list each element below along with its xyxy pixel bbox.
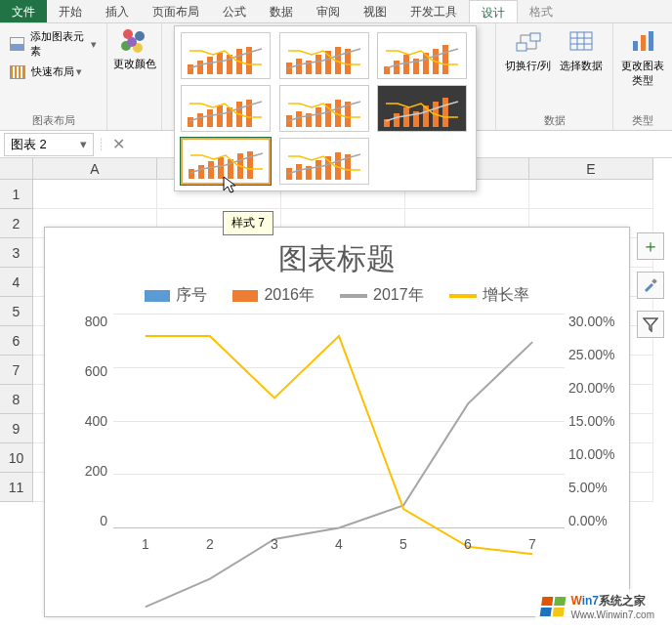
legend-label: 2017年 (373, 285, 424, 306)
change-chart-type-button[interactable]: 更改图表类型 (616, 27, 669, 90)
line-growth[interactable] (146, 336, 532, 554)
y-axis-right: 30.00% 25.00% 20.00% 15.00% 10.00% 5.00%… (568, 314, 625, 528)
x-tick: 2 (178, 532, 242, 558)
svg-rect-2 (570, 32, 592, 50)
chart-styles-gallery[interactable] (174, 25, 477, 191)
x-axis: 1234567 (113, 532, 565, 558)
tab-insert[interactable]: 插入 (94, 0, 141, 22)
group-data: 切换行/列 选择数据 数据 (496, 23, 613, 130)
tab-review[interactable]: 审阅 (305, 0, 352, 22)
chart-style-thumb[interactable] (279, 85, 369, 132)
change-type-icon (629, 29, 656, 55)
chart-element-icon (10, 37, 24, 51)
cancel-icon[interactable]: ✕ (112, 135, 125, 153)
chart-style-thumb[interactable] (377, 32, 467, 79)
plot-area[interactable]: 800 600 400 200 0 30.00% 25.00% 20.00% 1… (113, 314, 565, 558)
chart-style-thumb[interactable] (377, 85, 467, 132)
row-header[interactable]: 3 (0, 238, 33, 268)
tab-home[interactable]: 开始 (47, 0, 94, 22)
svg-rect-10 (651, 278, 657, 284)
add-chart-element-button[interactable]: 添加图表元素 ▾ (6, 27, 101, 61)
group-label-data: 数据 (502, 113, 607, 128)
chart-styles-button[interactable] (637, 272, 664, 299)
quick-layout-button[interactable]: 快速布局 ▾ (6, 63, 101, 81)
ribbon-tabs: 文件 开始 插入 页面布局 公式 数据 审阅 视图 开发工具 设计 格式 (0, 0, 672, 23)
select-data-label: 选择数据 (560, 59, 603, 73)
legend-swatch-growth (449, 294, 477, 298)
cell[interactable] (529, 180, 653, 209)
color-dots-icon (121, 29, 148, 57)
group-label-type: 类型 (619, 113, 666, 128)
tab-format[interactable]: 格式 (518, 0, 565, 22)
chart-style-thumb[interactable] (181, 32, 271, 79)
group-change-colors: 更改颜色 (107, 23, 162, 130)
x-tick: 5 (371, 532, 436, 558)
change-colors-button[interactable]: 更改颜色 (108, 27, 161, 73)
tab-developer[interactable]: 开发工具 (399, 0, 469, 22)
brush-icon (642, 276, 659, 294)
legend-swatch-2016 (232, 290, 258, 302)
chart-style-thumb[interactable] (181, 85, 271, 132)
x-tick: 1 (113, 532, 178, 558)
add-element-label: 添加图表元素 (30, 29, 89, 59)
row-header[interactable]: 1 (0, 180, 33, 209)
switch-rowcol-icon (515, 29, 542, 55)
x-tick: 6 (436, 532, 500, 558)
tab-design[interactable]: 设计 (469, 0, 518, 22)
change-type-label: 更改图表类型 (618, 59, 667, 88)
chart-style-thumb[interactable] (279, 32, 369, 79)
select-all-corner[interactable] (0, 158, 33, 180)
row-header[interactable]: 6 (0, 326, 33, 356)
group-chart-layouts: 添加图表元素 ▾ 快速布局 ▾ 图表布局 (0, 23, 107, 130)
cell[interactable] (33, 180, 157, 209)
svg-rect-0 (517, 43, 526, 51)
x-tick: 7 (500, 532, 565, 558)
chart-elements-button[interactable]: ＋ (637, 232, 664, 260)
row-header[interactable]: 4 (0, 268, 33, 297)
tab-pagelayout[interactable]: 页面布局 (141, 0, 211, 22)
tab-file[interactable]: 文件 (0, 0, 47, 22)
divider: ┊ (98, 138, 105, 151)
select-data-button[interactable]: 选择数据 (555, 27, 608, 75)
chart-filters-button[interactable] (637, 311, 664, 338)
watermark-line2: Www.Winwin7.com (570, 609, 654, 620)
group-label-layouts: 图表布局 (6, 113, 101, 128)
legend-swatch-2017 (340, 294, 367, 298)
name-box-value: 图表 2 (11, 136, 47, 153)
plot-inner (113, 314, 565, 528)
row-header[interactable]: 11 (0, 473, 33, 502)
chart-legend[interactable]: 序号 2016年 2017年 增长率 (45, 285, 629, 306)
svg-rect-8 (641, 35, 646, 51)
watermark: Win7Win7系统之家系统之家 Www.Winwin7.com (535, 589, 660, 624)
row-header[interactable]: 5 (0, 297, 33, 326)
chart-style-thumb[interactable] (279, 138, 369, 185)
group-type: 更改图表类型 类型 (613, 23, 672, 130)
switch-rowcol-label: 切换行/列 (505, 59, 551, 73)
quick-layout-label: 快速布局 (31, 64, 74, 79)
tab-data[interactable]: 数据 (258, 0, 305, 22)
quick-layout-icon (10, 65, 25, 79)
row-header[interactable]: 7 (0, 356, 33, 385)
y-axis-left: 800 600 400 200 0 (64, 314, 107, 528)
legend-label: 序号 (176, 285, 207, 306)
col-header[interactable]: A (33, 158, 157, 180)
line-2017[interactable] (146, 342, 532, 607)
chevron-down-icon: ▾ (80, 137, 87, 151)
svg-rect-7 (633, 41, 638, 51)
row-header[interactable]: 8 (0, 385, 33, 414)
style-tooltip: 样式 7 (223, 211, 273, 235)
chart-title[interactable]: 图表标题 (45, 239, 629, 279)
col-header[interactable]: E (529, 158, 653, 180)
switch-row-col-button[interactable]: 切换行/列 (502, 27, 555, 75)
windows-logo-icon (540, 597, 567, 616)
legend-label: 2016年 (264, 285, 315, 306)
legend-swatch-xuhao (145, 290, 170, 302)
name-box[interactable]: 图表 2 ▾ (4, 133, 94, 156)
tab-formulas[interactable]: 公式 (211, 0, 258, 22)
row-header[interactable]: 2 (0, 209, 33, 238)
embedded-chart[interactable]: 图表标题 序号 2016年 2017年 增长率 800 600 400 200 … (44, 227, 630, 617)
tab-view[interactable]: 视图 (352, 0, 399, 22)
row-header[interactable]: 10 (0, 443, 33, 473)
chart-style-thumb[interactable] (181, 138, 271, 185)
row-header[interactable]: 9 (0, 414, 33, 443)
